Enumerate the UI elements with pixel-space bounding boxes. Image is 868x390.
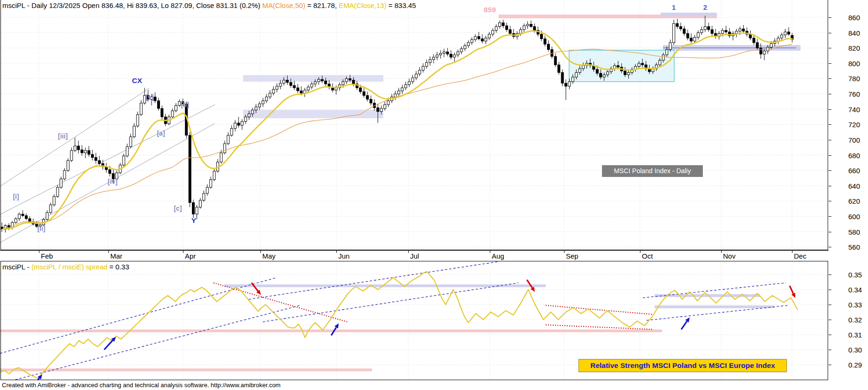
red-dotted-trendline <box>546 306 652 314</box>
axis-label: 780 <box>848 75 860 83</box>
candle-up <box>526 24 529 26</box>
lavender_light-band <box>243 110 383 118</box>
axis-label: 580 <box>848 228 860 236</box>
month-label: Jul <box>410 252 419 260</box>
candle-down <box>544 39 546 44</box>
time-axis[interactable]: FebMarAprMayJunJulAugSepOctNovDec <box>0 250 829 261</box>
candle-down <box>352 80 355 84</box>
candle-down <box>81 150 83 153</box>
candle-up <box>411 78 414 82</box>
candle-up <box>60 179 62 187</box>
candle-up <box>575 72 578 77</box>
wave-label: [i] <box>13 193 19 200</box>
axis-tick <box>829 170 831 171</box>
candle-up <box>579 69 581 72</box>
candle-down <box>679 27 682 29</box>
candle-down <box>676 23 678 27</box>
candle-up <box>467 43 470 46</box>
candle-up <box>426 62 428 66</box>
candle-up <box>488 34 490 38</box>
spread-value: = 0.33 <box>107 263 129 271</box>
candle-down <box>596 69 598 73</box>
month-tick <box>260 251 261 253</box>
candle-up <box>401 88 404 91</box>
candle-up <box>335 88 337 90</box>
axis-label: 840 <box>848 29 860 37</box>
candle-down <box>22 214 24 215</box>
candle-up <box>408 82 411 85</box>
candle-up <box>453 55 456 57</box>
axis-tick <box>829 109 831 110</box>
candle-up <box>666 50 668 55</box>
candle-down <box>641 63 644 65</box>
candle-up <box>122 156 125 165</box>
axis-tick <box>829 232 831 232</box>
candle-up <box>199 200 201 207</box>
candle-up <box>129 137 132 146</box>
blue-dashed-trendline <box>0 277 277 353</box>
axis-label: 0.29 <box>848 361 862 369</box>
lavender-band <box>661 13 717 16</box>
candle-down <box>742 29 745 31</box>
candle-up <box>74 146 76 151</box>
candle-down <box>98 161 100 164</box>
candle-up <box>84 151 87 153</box>
candle-up <box>140 103 142 115</box>
candle-up <box>519 30 522 33</box>
candle-up <box>67 161 69 170</box>
month-label: Jun <box>338 252 350 260</box>
axis-label: 820 <box>848 44 860 52</box>
candle-down <box>349 78 351 80</box>
candle-up <box>63 170 66 179</box>
price-chart-title: msciPL - Daily 12/3/2025 Open 836.48, Hi… <box>2 1 416 9</box>
blue-dashed-trendline <box>249 262 497 299</box>
candle-down <box>157 101 160 108</box>
month-label: Nov <box>723 252 736 260</box>
candle-up <box>495 27 497 31</box>
pink-band <box>0 329 662 332</box>
amibroker-footer-text: Created with AmiBroker - advanced charti… <box>2 382 281 389</box>
candle-up <box>276 86 278 90</box>
candle-down <box>624 71 626 75</box>
candle-up <box>342 82 344 85</box>
axis-label: 720 <box>848 121 860 129</box>
candle-up <box>492 31 494 34</box>
candle-up <box>523 26 525 30</box>
axis-tick <box>829 78 831 79</box>
candle-up <box>241 122 243 125</box>
candle-up <box>133 126 135 137</box>
candle-up <box>436 55 438 57</box>
axis-label: 760 <box>848 90 860 98</box>
candle-down <box>161 108 163 117</box>
candle-up <box>203 193 205 200</box>
axis-label: 0.34 <box>848 286 862 294</box>
axis-tick <box>829 17 831 18</box>
candle-up <box>662 55 664 60</box>
candle-down <box>561 72 563 83</box>
wave-label: 1 <box>672 3 676 11</box>
axis-label: 0.32 <box>848 316 862 324</box>
chart-info-badge: MSCI Poland Index - Daliy <box>602 165 703 177</box>
candle-up <box>784 32 786 35</box>
candle-up <box>638 63 640 67</box>
candle-down <box>541 34 543 39</box>
wave-label: [a] <box>157 130 165 137</box>
candle-down <box>366 95 369 99</box>
candle-up <box>704 27 706 30</box>
month-tick <box>108 251 109 253</box>
candle-up <box>415 74 417 78</box>
month-label: Dec <box>794 252 807 260</box>
candle-down <box>359 88 362 92</box>
month-tick <box>39 251 39 253</box>
candle-up <box>345 78 348 82</box>
axis-tick <box>829 216 831 217</box>
candle-down <box>760 48 762 54</box>
wave-label: [ii] <box>37 225 45 232</box>
axis-tick <box>829 33 831 33</box>
candle-up <box>18 214 21 219</box>
month-tick <box>408 251 409 253</box>
wave-label: 859 <box>484 6 496 14</box>
price-chart-panel[interactable]: [i][ii][iii][iv][v]CX[a][b][c]Y12859 <box>0 0 868 250</box>
candle-up <box>457 52 459 55</box>
candle-down <box>478 37 480 39</box>
